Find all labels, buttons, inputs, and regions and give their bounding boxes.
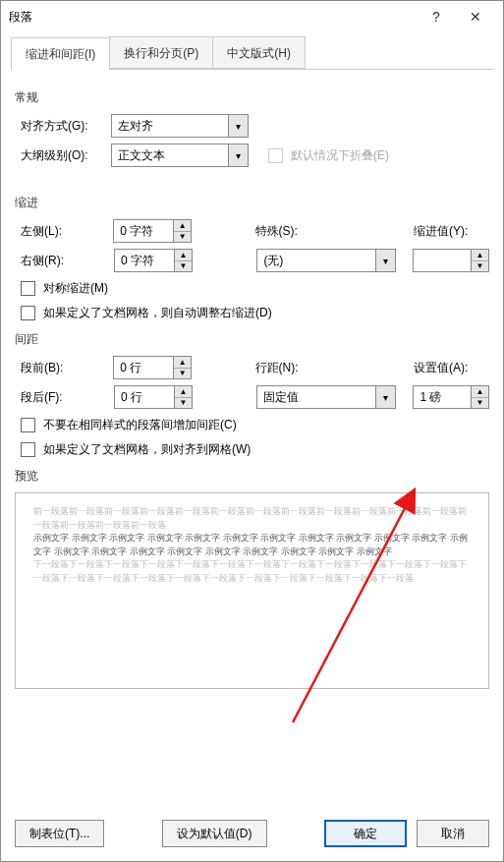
dialog-title: 段落	[9, 9, 417, 26]
indent-left-value: 0 字符	[114, 220, 173, 242]
auto-adjust-right-label: 如果定义了文档网格，则自动调整右缩进(D)	[43, 305, 272, 321]
indent-by-spinner[interactable]: ▲▼	[413, 249, 489, 272]
collapsed-label: 默认情况下折叠(E)	[291, 147, 389, 164]
content: 常规 对齐方式(G): 左对齐 ▾ 大纲级别(O): 正文文本 ▾ 默认情况下折…	[1, 70, 503, 810]
no-space-same-style-checkbox[interactable]	[21, 418, 35, 432]
outline-label: 大纲级别(O):	[15, 147, 111, 164]
special-combo[interactable]: (无) ▾	[256, 249, 396, 272]
spinner-down-icon[interactable]: ▼	[174, 232, 191, 243]
mirror-indent-label: 对称缩进(M)	[43, 280, 108, 297]
special-value: (无)	[257, 253, 375, 269]
spinner-up-icon[interactable]: ▲	[174, 220, 191, 232]
chevron-down-icon: ▾	[375, 250, 395, 271]
outline-combo[interactable]: 正文文本 ▾	[111, 144, 249, 167]
section-indent: 缩进	[15, 195, 489, 211]
spinner-down-icon[interactable]: ▼	[472, 261, 488, 272]
chevron-down-icon: ▾	[228, 144, 248, 166]
indent-left-spinner[interactable]: 0 字符 ▲▼	[113, 219, 192, 243]
preview-prev-para: 前一段落前一段落前一段落前一段落前一段落前一段落前一段落前一段落前一段落前一段落…	[33, 505, 471, 532]
preview-next-para: 下一段落下一段落下一段落下一段落下一段落下一段落下一段落下一段落下一段落下一段落…	[33, 558, 471, 585]
indent-by-value	[414, 250, 471, 271]
at-spinner[interactable]: 1 磅 ▲▼	[413, 385, 489, 409]
spinner-up-icon[interactable]: ▲	[472, 386, 488, 398]
close-button[interactable]: ✕	[456, 3, 495, 30]
line-spacing-value: 固定值	[257, 389, 375, 406]
auto-adjust-right-checkbox[interactable]	[21, 306, 35, 320]
indent-right-spinner[interactable]: 0 字符 ▲▼	[114, 249, 193, 272]
indent-left-label: 左侧(L):	[15, 223, 113, 240]
space-after-value: 0 行	[115, 386, 174, 408]
spinner-down-icon[interactable]: ▼	[174, 369, 191, 379]
tabs-button[interactable]: 制表位(T)...	[15, 820, 104, 847]
cancel-button[interactable]: 取消	[417, 820, 489, 847]
preview-sample: 示例文字 示例文字 示例文字 示例文字 示例文字 示例文字 示例文字 示例文字 …	[33, 532, 471, 558]
space-before-value: 0 行	[114, 357, 173, 378]
tab-line-page-breaks[interactable]: 换行和分页(P)	[109, 36, 213, 69]
alignment-label: 对齐方式(G):	[15, 118, 111, 135]
space-before-spinner[interactable]: 0 行 ▲▼	[113, 356, 192, 379]
spinner-up-icon[interactable]: ▲	[175, 250, 192, 261]
at-value: 1 磅	[414, 386, 471, 408]
alignment-combo[interactable]: 左对齐 ▾	[111, 114, 249, 138]
space-after-label: 段后(F):	[15, 389, 114, 406]
chevron-down-icon: ▾	[375, 386, 395, 408]
snap-to-grid-label: 如果定义了文档网格，则对齐到网格(W)	[43, 441, 251, 458]
collapsed-checkbox	[268, 148, 283, 163]
line-spacing-combo[interactable]: 固定值 ▾	[256, 385, 396, 409]
indent-right-label: 右侧(R):	[15, 253, 114, 269]
no-space-same-style-label: 不要在相同样式的段落间增加间距(C)	[43, 417, 237, 433]
section-general: 常规	[15, 89, 489, 106]
line-spacing-label: 行距(N):	[255, 360, 348, 376]
spinner-down-icon[interactable]: ▼	[472, 398, 488, 409]
footer: 制表位(T)... 设为默认值(D) 确定 取消	[1, 810, 503, 861]
spinner-up-icon[interactable]: ▲	[174, 357, 191, 369]
spinner-up-icon[interactable]: ▲	[472, 250, 488, 261]
chevron-down-icon: ▾	[228, 115, 248, 137]
tab-indent-spacing[interactable]: 缩进和间距(I)	[11, 37, 110, 70]
space-after-spinner[interactable]: 0 行 ▲▼	[114, 385, 193, 409]
titlebar: 段落 ? ✕	[1, 1, 503, 32]
ok-button[interactable]: 确定	[324, 820, 407, 847]
tabs: 缩进和间距(I) 换行和分页(P) 中文版式(H)	[11, 36, 493, 70]
indent-right-value: 0 字符	[115, 250, 174, 271]
alignment-value: 左对齐	[112, 118, 228, 135]
spinner-down-icon[interactable]: ▼	[175, 398, 192, 409]
section-preview: 预览	[15, 468, 489, 485]
tab-asian-typography[interactable]: 中文版式(H)	[212, 36, 306, 69]
outline-value: 正文文本	[112, 147, 228, 164]
special-label: 特殊(S):	[255, 223, 348, 240]
snap-to-grid-checkbox[interactable]	[21, 442, 35, 457]
at-label: 设置值(A):	[414, 360, 489, 376]
preview-box: 前一段落前一段落前一段落前一段落前一段落前一段落前一段落前一段落前一段落前一段落…	[15, 492, 489, 689]
indent-by-label: 缩进值(Y):	[414, 223, 489, 240]
spinner-down-icon[interactable]: ▼	[175, 261, 192, 272]
section-spacing: 间距	[15, 331, 489, 348]
space-before-label: 段前(B):	[15, 360, 113, 376]
spinner-up-icon[interactable]: ▲	[175, 386, 192, 398]
help-button[interactable]: ?	[417, 3, 456, 30]
set-default-button[interactable]: 设为默认值(D)	[162, 820, 267, 847]
mirror-indent-checkbox[interactable]	[21, 281, 35, 296]
